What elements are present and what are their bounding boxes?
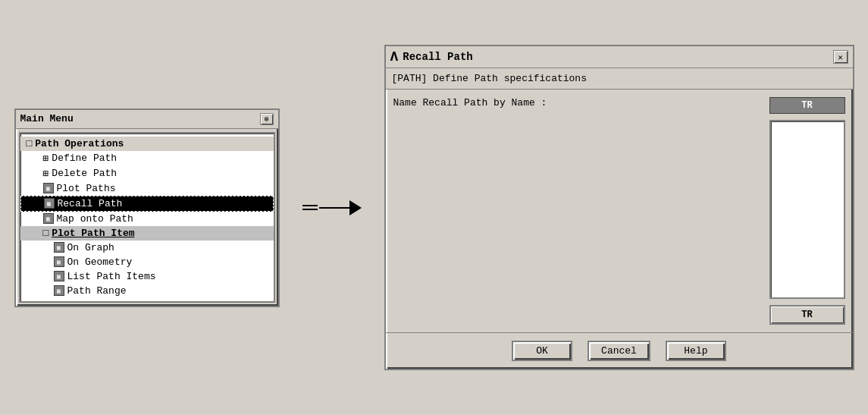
minus-icon: □ xyxy=(27,138,33,149)
grid-icon: ▦ xyxy=(54,242,64,253)
arrow-shaft xyxy=(319,207,349,209)
arrow-head xyxy=(349,200,362,215)
dialog-title: Recall Path xyxy=(403,51,472,63)
grid-icon: ▦ xyxy=(54,271,64,281)
close-icon: ✕ xyxy=(838,52,843,62)
dialog-subtitle: [PATH] Define Path specifications xyxy=(386,68,853,90)
dialog-content: Name Recall Path by Name : TR TR xyxy=(386,90,853,332)
arrow-line-top xyxy=(302,205,318,206)
name-label: Name Recall Path by Name : xyxy=(393,97,762,108)
grid-icon: ▦ xyxy=(54,285,64,296)
dialog-right-panel: TR TR xyxy=(769,97,845,325)
grid-icon: ▦ xyxy=(54,256,64,267)
menu-body: □ Path Operations ⊞ Define Path ⊞ Delete… xyxy=(19,132,275,303)
workspace: Main Menu ⊗ □ Path Operations ⊞ Define P… xyxy=(0,30,868,385)
dialog-main: Name Recall Path by Name : xyxy=(393,97,762,325)
tr-bottom-label: TR xyxy=(769,305,845,325)
tr-top-label: TR xyxy=(769,97,845,114)
arrow-connector xyxy=(302,200,362,215)
minus-icon: □ xyxy=(43,228,49,239)
dialog-titlebar: Λ Recall Path ✕ xyxy=(386,46,853,68)
sidebar-item-path-range[interactable]: ▦ Path Range xyxy=(20,284,274,298)
sidebar-item-on-geometry[interactable]: ▦ On Geometry xyxy=(20,255,274,269)
grid-icon: ▦ xyxy=(43,183,54,193)
arrow-line-bottom xyxy=(302,209,318,210)
main-menu-panel: Main Menu ⊗ □ Path Operations ⊞ Define P… xyxy=(14,108,280,307)
sidebar-item-define-path[interactable]: ⊞ Define Path xyxy=(20,151,274,166)
dialog-close-button[interactable]: ✕ xyxy=(833,50,848,64)
lambda-icon: Λ xyxy=(390,49,399,64)
sidebar-item-on-graph[interactable]: ▦ On Graph xyxy=(20,241,274,255)
grid-icon: ▦ xyxy=(44,198,55,209)
sidebar-item-recall-path[interactable]: ▦ Recall Path xyxy=(20,196,274,212)
sidebar-item-map-onto-path[interactable]: ▦ Map onto Path xyxy=(20,212,274,226)
collapse-button[interactable]: ⊗ xyxy=(260,113,274,125)
sidebar-item-plot-path-item[interactable]: □ Plot Path Item xyxy=(20,226,274,241)
arrow-lines xyxy=(302,205,318,210)
plus-icon: ⊞ xyxy=(43,152,49,165)
main-menu-title: Main Menu xyxy=(20,113,74,124)
grid-icon: ▦ xyxy=(43,213,54,224)
plus-icon: ⊞ xyxy=(43,168,49,180)
ok-button[interactable]: OK xyxy=(512,341,572,361)
sidebar-item-plot-paths[interactable]: ▦ Plot Paths xyxy=(20,181,274,196)
tr-list-area xyxy=(769,120,845,299)
help-button[interactable]: Help xyxy=(666,341,726,361)
cancel-button[interactable]: Cancel xyxy=(588,341,650,361)
recall-path-dialog: Λ Recall Path ✕ [PATH] Define Path speci… xyxy=(384,45,854,370)
dialog-buttons: OK Cancel Help xyxy=(386,332,853,369)
sidebar-item-delete-path[interactable]: ⊞ Delete Path xyxy=(20,166,274,181)
dialog-title-left: Λ Recall Path xyxy=(390,49,473,64)
sidebar-item-path-operations[interactable]: □ Path Operations xyxy=(20,137,274,151)
sidebar-item-list-path-items[interactable]: ▦ List Path Items xyxy=(20,269,274,284)
main-menu-header: Main Menu ⊗ xyxy=(16,110,278,129)
